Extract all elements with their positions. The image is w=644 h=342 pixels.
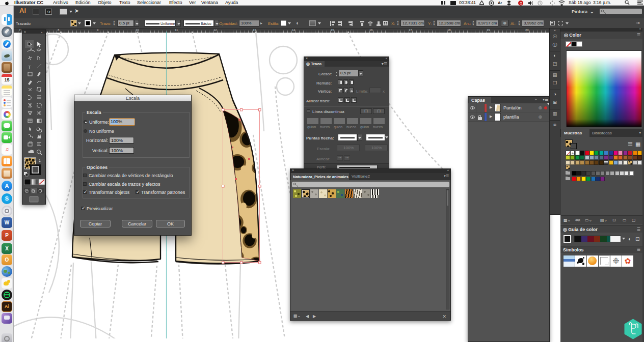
svg-text:×: ×	[24, 30, 26, 34]
svg-text:T: T	[28, 65, 31, 70]
